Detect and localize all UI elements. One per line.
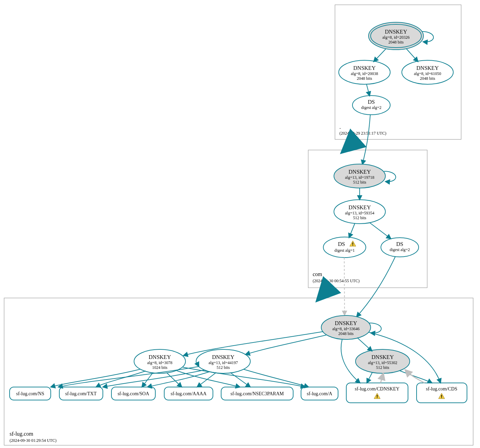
svg-text:sf-lug.com/NSEC3PARAM: sf-lug.com/NSEC3PARAM	[230, 391, 284, 396]
svg-text:alg=8, id=33646: alg=8, id=33646	[332, 326, 360, 331]
zone-com-name: com	[313, 271, 322, 277]
node-com-ksk: DNSKEY alg=13, id=19718 512 bits	[334, 164, 385, 188]
zone-com-time: (2024-09-30 00:54:55 UTC)	[313, 278, 360, 283]
zone-root-time: (2024-09-29 23:51:17 UTC)	[339, 131, 386, 136]
svg-text:2048 bits: 2048 bits	[338, 331, 354, 336]
node-root-ds: DS digest alg=2	[352, 96, 390, 115]
rrset-ns: sf-lug.com/NS	[10, 387, 51, 400]
node-com-zsk: DNSKEY alg=13, id=59354 512 bits	[334, 200, 385, 224]
svg-text:sf-lug.com/AAAA: sf-lug.com/AAAA	[171, 391, 207, 396]
node-sflug-ksk: DNSKEY alg=8, id=33646 2048 bits	[321, 315, 371, 339]
svg-text:DNSKEY: DNSKEY	[349, 204, 371, 210]
svg-rect-28	[352, 245, 353, 246]
svg-text:DNSKEY: DNSKEY	[349, 169, 371, 175]
svg-text:digest alg=2: digest alg=2	[389, 247, 410, 252]
edge-comds2-sflugksk	[357, 257, 395, 317]
svg-rect-67	[441, 397, 442, 398]
svg-text:DNSKEY: DNSKEY	[372, 354, 394, 360]
svg-text:alg=8, id=20038: alg=8, id=20038	[351, 71, 378, 76]
svg-text:512 bits: 512 bits	[217, 365, 230, 370]
rrset-soa: sf-lug.com/SOA	[111, 387, 155, 400]
node-root-zsk2: DNSKEY alg=8, id=61050 2048 bits	[402, 60, 453, 84]
svg-text:DNSKEY: DNSKEY	[385, 29, 407, 35]
rrset-a: sf-lug.com/A	[301, 387, 338, 400]
node-root-ksk: DNSKEY alg=8, id=20326 2048 bits	[369, 22, 423, 50]
svg-text:DNSKEY: DNSKEY	[335, 320, 357, 326]
edge-zone-root-to-com	[345, 139, 357, 150]
svg-text:DNSKEY: DNSKEY	[212, 354, 235, 360]
svg-text:DS: DS	[338, 241, 345, 247]
svg-rect-62	[377, 395, 377, 397]
svg-text:sf-lug.com/CDNSKEY: sf-lug.com/CDNSKEY	[355, 386, 399, 391]
rrset-cdnskey: sf-lug.com/CDNSKEY	[346, 383, 408, 403]
svg-text:sf-lug.com/SOA: sf-lug.com/SOA	[118, 391, 149, 396]
edge-comksk-self	[384, 171, 396, 182]
edge-zone-com-to-sflug	[320, 288, 329, 298]
edge-sflugksk-k2	[245, 335, 326, 354]
svg-text:alg=8, id=61050: alg=8, id=61050	[414, 71, 441, 76]
svg-text:512 bits: 512 bits	[353, 215, 367, 220]
node-root-zsk1: DNSKEY alg=8, id=20038 2048 bits	[339, 60, 390, 84]
edge-k3-cds	[399, 371, 432, 383]
svg-text:1024 bits: 1024 bits	[152, 365, 168, 370]
svg-text:2048 bits: 2048 bits	[420, 76, 435, 81]
svg-text:sf-lug.com/A: sf-lug.com/A	[307, 391, 333, 396]
node-com-ds2: DS digest alg=2	[381, 238, 419, 257]
rrset-txt: sf-lug.com/TXT	[59, 387, 103, 400]
edge-comzsk-ds2	[370, 223, 391, 239]
svg-rect-66	[441, 395, 442, 397]
edge-k2-nsec3	[230, 373, 250, 387]
svg-text:DS: DS	[396, 241, 403, 247]
svg-point-24	[323, 237, 366, 258]
svg-rect-63	[377, 397, 377, 398]
svg-text:alg=13, id=55302: alg=13, id=55302	[368, 360, 397, 365]
edge-sflugksk-k3	[357, 338, 372, 351]
svg-text:DNSKEY: DNSKEY	[353, 65, 376, 71]
zone-sflug-name: sf-lug.com	[10, 431, 33, 437]
edge-comzsk-ds1	[349, 223, 355, 238]
svg-text:2048 bits: 2048 bits	[388, 40, 404, 45]
svg-text:alg=13, id=19718: alg=13, id=19718	[345, 175, 374, 180]
edge-k3-cdnskey	[367, 372, 372, 383]
svg-text:2048 bits: 2048 bits	[357, 76, 372, 81]
rrset-cds: sf-lug.com/CDS	[417, 383, 467, 403]
svg-text:sf-lug.com/TXT: sf-lug.com/TXT	[65, 391, 97, 396]
svg-text:digest alg=2: digest alg=2	[361, 105, 381, 110]
svg-text:DNSKEY: DNSKEY	[149, 354, 171, 360]
edge-rootzsk1-ds	[367, 84, 370, 96]
edge-sflugksk-self	[369, 323, 381, 333]
node-sflug-k3: DNSKEY alg=13, id=55302 512 bits	[356, 349, 410, 373]
edge-rootksk-zsk2	[406, 49, 418, 62]
zone-sflug-time: (2024-09-30 01:29:54 UTC)	[10, 438, 57, 443]
svg-text:alg=8, id=3078: alg=8, id=3078	[147, 360, 172, 365]
svg-text:DS: DS	[368, 99, 375, 105]
edge-rootksk-zsk1	[374, 49, 386, 62]
svg-text:sf-lug.com/NS: sf-lug.com/NS	[16, 391, 44, 396]
svg-text:alg=8, id=20326: alg=8, id=20326	[382, 35, 410, 40]
svg-rect-64	[417, 383, 467, 403]
svg-text:512 bits: 512 bits	[376, 365, 389, 370]
svg-rect-27	[352, 242, 353, 245]
edge-comds1-sflugksk	[344, 258, 345, 315]
edge-cdnskey-k3-grey	[381, 373, 383, 383]
edge-k2-ns2	[58, 366, 199, 387]
svg-text:alg=13, id=59354: alg=13, id=59354	[345, 211, 374, 215]
edge-k1-ns	[51, 369, 140, 387]
node-com-ds1: DS digest alg=1	[323, 237, 366, 258]
svg-text:512 bits: 512 bits	[353, 180, 367, 185]
zone-root-name: .	[339, 124, 341, 130]
svg-text:sf-lug.com/CDS: sf-lug.com/CDS	[426, 386, 457, 391]
svg-text:digest alg=1: digest alg=1	[334, 248, 355, 253]
rrset-aaaa: sf-lug.com/AAAA	[164, 387, 213, 400]
rrset-nsec3param: sf-lug.com/NSEC3PARAM	[221, 387, 293, 400]
svg-text:DNSKEY: DNSKEY	[417, 65, 439, 71]
svg-text:alg=13, id=44197: alg=13, id=44197	[208, 360, 238, 365]
